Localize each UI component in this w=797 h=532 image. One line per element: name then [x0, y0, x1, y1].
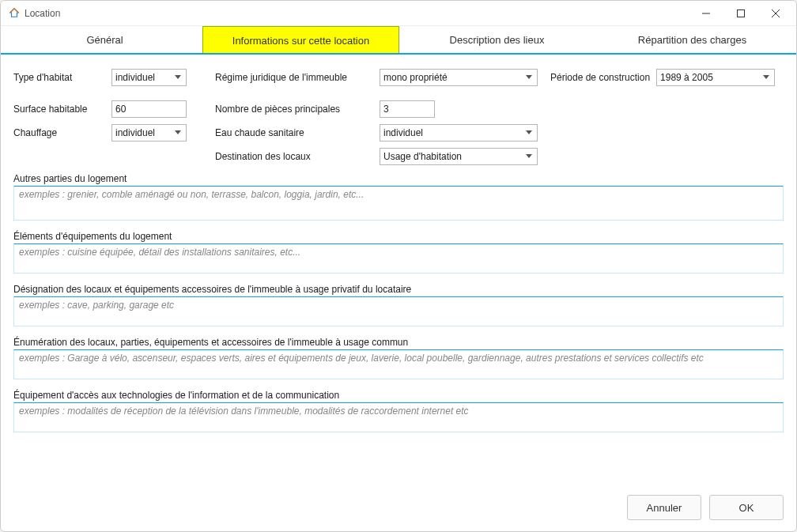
label-autres-parties: Autres parties du logement: [13, 173, 784, 184]
close-button[interactable]: [758, 2, 793, 25]
label-eau-chaude: Eau chaude sanitaire: [215, 127, 373, 138]
maximize-button[interactable]: [723, 2, 758, 25]
tab-repartition-charges[interactable]: Répartition des charges: [595, 26, 790, 53]
cancel-button[interactable]: Annuler: [627, 495, 701, 520]
label-periode: Période de construction: [550, 72, 650, 83]
tab-bar: Général Informations sur cette location …: [1, 26, 796, 55]
select-destination[interactable]: Usage d'habitation: [380, 148, 538, 165]
tab-informations[interactable]: Informations sur cette location: [202, 26, 399, 53]
select-regime[interactable]: mono propriété: [380, 69, 538, 86]
ok-button[interactable]: OK: [709, 495, 784, 520]
input-surface[interactable]: [111, 100, 187, 118]
tab-general[interactable]: Général: [7, 26, 202, 53]
home-icon: [9, 7, 20, 21]
titlebar: Location: [1, 1, 796, 26]
textarea-enumeration[interactable]: [13, 349, 784, 379]
textarea-equipement-tech[interactable]: [13, 402, 784, 432]
dialog-window: Location Général Informations sur cette …: [0, 0, 797, 532]
textarea-elements-equip[interactable]: [13, 243, 784, 274]
select-chauffage[interactable]: individuel: [111, 124, 187, 141]
svg-rect-1: [738, 9, 745, 17]
dialog-footer: Annuler OK: [1, 487, 796, 531]
label-chauffage: Chauffage: [13, 127, 105, 138]
label-elements-equip: Éléments d'équipements du logement: [13, 231, 784, 242]
row-destination: Destination des locaux Usage d'habitatio…: [13, 148, 784, 165]
label-enumeration: Énumération des locaux, parties, équipem…: [13, 337, 784, 348]
label-surface: Surface habitable: [13, 104, 105, 115]
label-nb-pieces: Nombre de pièces principales: [215, 104, 373, 115]
label-equipement-tech: Équipement d'accès aux technologies de l…: [13, 390, 784, 401]
tab-description-lieux[interactable]: Description des lieux: [399, 26, 595, 53]
input-nb-pieces[interactable]: [380, 100, 435, 118]
form-content: Type d'habitat individuel Régime juridiq…: [1, 55, 796, 487]
label-type-habitat: Type d'habitat: [13, 72, 105, 83]
label-destination: Destination des locaux: [215, 151, 373, 162]
select-type-habitat[interactable]: individuel: [111, 69, 187, 86]
window-controls: [689, 2, 793, 25]
row-top: Type d'habitat individuel Régime juridiq…: [13, 69, 784, 86]
window-title: Location: [25, 8, 689, 19]
label-designation: Désignation des locaux et équipements ac…: [13, 284, 784, 295]
textarea-designation[interactable]: [13, 296, 784, 326]
textarea-autres-parties[interactable]: [13, 186, 784, 221]
row-surface: Surface habitable Nombre de pièces princ…: [13, 100, 784, 118]
select-eau-chaude[interactable]: individuel: [380, 124, 538, 141]
minimize-button[interactable]: [689, 2, 723, 25]
row-chauffage: Chauffage individuel Eau chaude sanitair…: [13, 124, 784, 141]
label-regime: Régime juridique de l'immeuble: [215, 72, 373, 83]
select-periode[interactable]: 1989 à 2005: [656, 69, 775, 86]
